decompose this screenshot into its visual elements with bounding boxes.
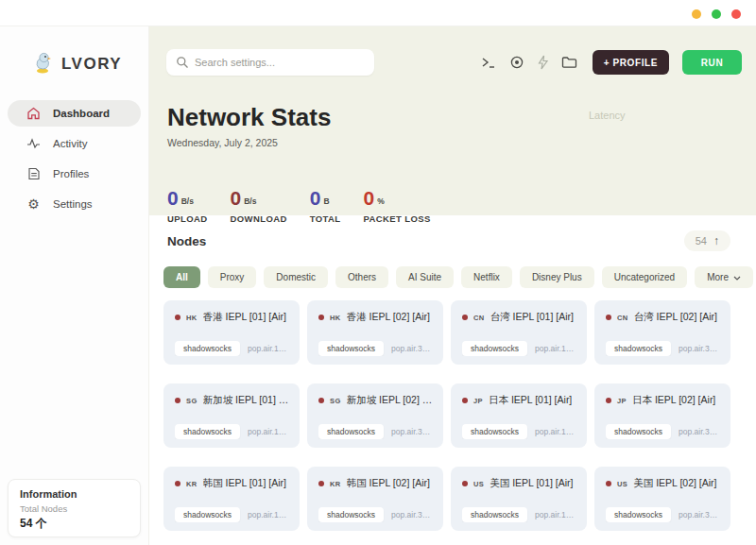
node-card[interactable]: CN 台湾 IEPL [02] [Air] shadowsocks pop.ai… (594, 300, 730, 365)
node-protocol-tag: shadowsocks (606, 507, 671, 522)
filter-tab-label: Others (348, 272, 376, 282)
node-name: 台湾 IEPL [02] [Air] (634, 311, 717, 324)
stat-value: 0 (167, 189, 179, 208)
filter-tab[interactable]: Domestic (264, 266, 328, 288)
node-card[interactable]: SG 新加坡 IEPL [02] [Air] shadowsocks pop.a… (307, 383, 443, 448)
node-count-badge[interactable]: 54 ↑ (684, 230, 730, 251)
window-controls (692, 9, 741, 19)
main-content: + PROFILE RUN Network Stats Wednesday, J… (149, 26, 756, 545)
node-status-dot (462, 315, 468, 320)
node-status-dot (318, 398, 324, 403)
node-card[interactable]: HK 香港 IEPL [01] [Air] shadowsocks pop.ai… (163, 300, 300, 365)
node-status-dot (462, 398, 468, 403)
sidebar-nav: Dashboard Activity Profiles (0, 100, 148, 217)
close-button[interactable] (731, 9, 741, 19)
node-status-dot (175, 398, 180, 403)
current-date: Wednesday, July 2, 2025 (167, 137, 331, 148)
filter-tab[interactable]: More (695, 266, 753, 288)
total-nodes-label: Total Nodes (20, 503, 129, 514)
node-protocol-tag: shadowsocks (175, 507, 240, 522)
stat-value: 0 (231, 189, 242, 208)
sidebar-item-activity[interactable]: Activity (8, 130, 141, 157)
filter-tab-label: Domestic (276, 272, 316, 282)
nodes-section: Nodes 54 ↑ All (149, 215, 756, 531)
node-card[interactable]: SG 新加坡 IEPL [01] [Air] shadowsocks pop.a… (163, 383, 300, 448)
node-protocol-tag: shadowsocks (175, 341, 240, 356)
node-card[interactable]: US 美国 IEPL [01] [Air] shadowsocks pop.ai… (451, 467, 587, 531)
node-card[interactable]: JP 日本 IEPL [02] [Air] shadowsocks pop.ai… (594, 383, 730, 448)
sidebar-item-dashboard[interactable]: Dashboard (8, 100, 141, 127)
node-card[interactable]: KR 韩国 IEPL [01] [Air] shadowsocks pop.ai… (163, 467, 300, 531)
node-detail: pop.air.3278.0tk... (391, 344, 434, 353)
filter-tab-label: More (707, 272, 729, 282)
filter-tab[interactable]: Uncategorized (602, 266, 687, 288)
node-detail: pop.air.1543.0tk... (535, 344, 577, 353)
node-protocol-tag: shadowsocks (318, 341, 384, 356)
node-card[interactable]: KR 韩国 IEPL [02] [Air] shadowsocks pop.ai… (307, 467, 443, 531)
node-name: 日本 IEPL [01] [Air] (489, 394, 572, 407)
sidebar-item-label: Settings (53, 198, 93, 210)
node-protocol-tag: shadowsocks (318, 424, 384, 439)
activity-icon (26, 138, 41, 149)
stat-unit: % (377, 196, 385, 208)
filter-tab[interactable]: AI Suite (396, 266, 454, 288)
node-country-code: CN (473, 314, 485, 322)
node-card[interactable]: JP 日本 IEPL [01] [Air] shadowsocks pop.ai… (451, 383, 587, 448)
minimize-button[interactable] (692, 9, 701, 19)
node-name: 日本 IEPL [02] [Air] (632, 394, 715, 407)
page-title: Network Stats (167, 102, 331, 132)
filter-tab-label: Disney Plus (532, 272, 582, 282)
node-card[interactable]: US 美国 IEPL [02] [Air] shadowsocks pop.ai… (594, 467, 730, 531)
node-country-code: HK (330, 314, 341, 322)
node-name: 香港 IEPL [02] [Air] (347, 311, 430, 324)
maximize-button[interactable] (712, 9, 721, 19)
node-status-dot (175, 481, 180, 486)
eye-icon[interactable] (509, 55, 524, 70)
node-status-dot (318, 315, 324, 320)
node-status-dot (606, 315, 611, 320)
node-country-code: SG (330, 397, 341, 405)
stat-unit: B/s (244, 196, 256, 208)
node-name: 美国 IEPL [02] [Air] (633, 477, 716, 490)
terminal-icon[interactable] (481, 56, 497, 69)
filter-tab[interactable]: Others (335, 266, 388, 288)
top-toolbar: + PROFILE RUN (166, 49, 742, 76)
node-count: 54 (696, 235, 707, 247)
add-profile-button[interactable]: + PROFILE (593, 50, 669, 75)
toolbar-icons (481, 55, 577, 70)
node-detail: pop.air.1543.0tk... (248, 344, 290, 353)
node-detail: pop.air.1543.0tk... (248, 510, 290, 519)
gear-icon (26, 197, 41, 211)
node-country-code: KR (330, 480, 341, 488)
node-protocol-tag: shadowsocks (462, 341, 527, 356)
lightning-icon[interactable] (537, 55, 549, 70)
sidebar: LVORY Dashboard Activity (0, 26, 149, 545)
filter-tab[interactable]: All (163, 266, 200, 288)
app-window: LVORY Dashboard Activity (0, 0, 756, 545)
node-name: 韩国 IEPL [01] [Air] (203, 477, 286, 490)
node-card[interactable]: HK 香港 IEPL [02] [Air] shadowsocks pop.ai… (307, 300, 443, 365)
sidebar-item-settings[interactable]: Settings (8, 191, 141, 217)
node-country-code: JP (617, 397, 627, 405)
filter-tab-label: All (176, 272, 188, 282)
node-country-code: US (473, 480, 484, 488)
filter-tab-label: Netflix (473, 272, 500, 282)
search-input[interactable] (166, 49, 374, 76)
home-icon (26, 107, 41, 120)
filter-tab[interactable]: Disney Plus (520, 266, 594, 288)
filter-tab[interactable]: Netflix (461, 266, 512, 288)
sidebar-item-label: Dashboard (53, 108, 110, 119)
filter-tab[interactable]: Proxy (208, 266, 257, 288)
latency-label: Latency (589, 110, 626, 121)
node-card[interactable]: CN 台湾 IEPL [01] [Air] shadowsocks pop.ai… (451, 300, 587, 365)
filter-tab-label: Proxy (220, 272, 245, 282)
sidebar-item-label: Activity (53, 138, 87, 149)
nodes-title: Nodes (167, 234, 206, 248)
run-button[interactable]: RUN (682, 50, 742, 75)
network-stats-panel: + PROFILE RUN Network Stats Wednesday, J… (149, 26, 756, 215)
folder-icon[interactable] (561, 56, 577, 69)
stat-unit: B/s (181, 196, 194, 208)
node-country-code: JP (473, 397, 483, 405)
title-bar (0, 0, 756, 26)
sidebar-item-profiles[interactable]: Profiles (8, 161, 141, 187)
